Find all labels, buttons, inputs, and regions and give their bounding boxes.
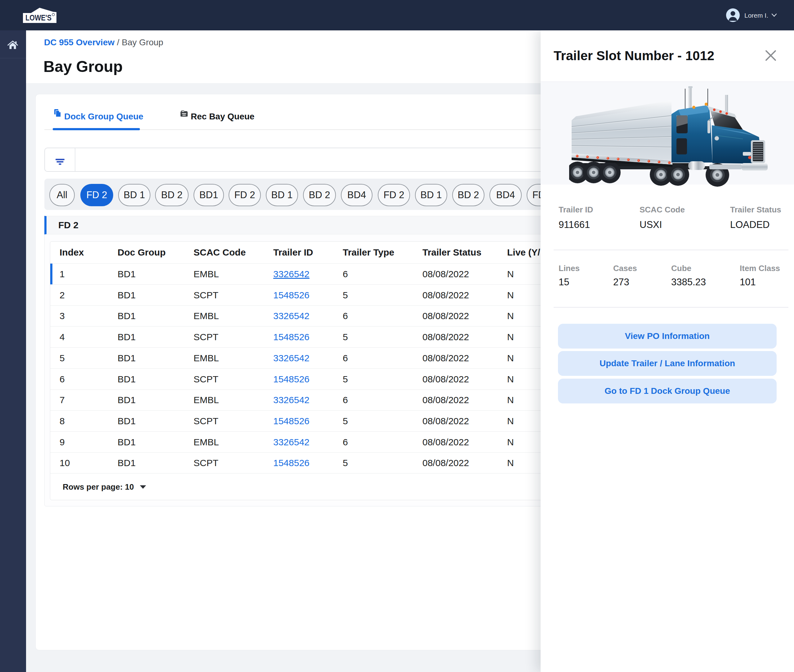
svg-text:LOWE'S: LOWE'S bbox=[26, 13, 51, 22]
